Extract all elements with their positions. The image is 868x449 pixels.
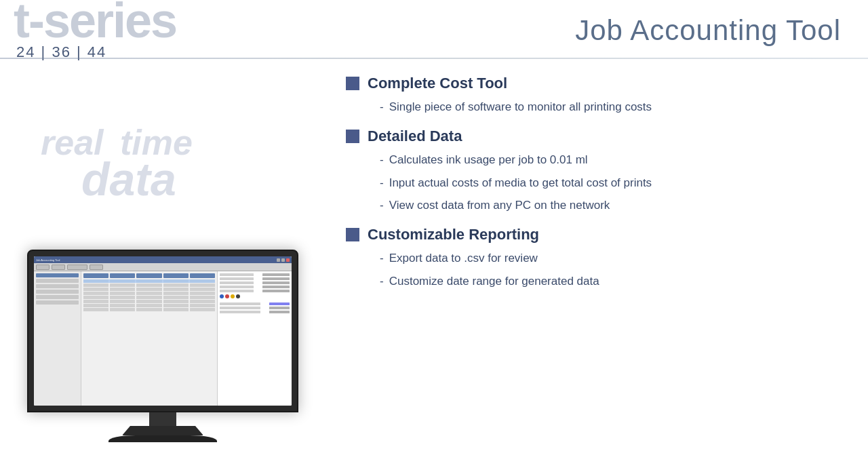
list-item: - Input actual costs of media to get tot… xyxy=(380,175,834,191)
feature-square-icon xyxy=(346,130,359,143)
feature-items-detailed: - Calculates ink usage per job to 0.01 m… xyxy=(346,152,834,214)
feature-header-custom: Customizable Reporting xyxy=(346,226,834,243)
feature-square-icon xyxy=(346,228,359,241)
sw-body xyxy=(34,271,292,406)
dash-icon: - xyxy=(380,197,384,214)
dash-icon: - xyxy=(380,152,384,168)
feature-complete-cost-tool: Complete Cost Tool - Single piece of sof… xyxy=(346,75,834,115)
feature-item-text: Customize date range for generated data xyxy=(389,273,599,290)
list-item: - Calculates ink usage per job to 0.01 m… xyxy=(380,152,834,168)
list-item: - View cost data from any PC on the netw… xyxy=(380,197,834,214)
sw-titlebar: Job Accounting Tool xyxy=(34,256,292,263)
list-item: - Customize date range for generated dat… xyxy=(380,273,834,290)
watermark-text: real time data xyxy=(41,122,193,206)
watermark-data: data xyxy=(81,153,193,206)
logo-tseries: t-series xyxy=(14,0,176,41)
feature-title-detailed: Detailed Data xyxy=(368,128,462,145)
software-ui: Job Accounting Tool xyxy=(34,256,292,406)
monitor: Job Accounting Tool xyxy=(27,250,298,442)
feature-detailed-data: Detailed Data - Calculates ink usage per… xyxy=(346,128,834,214)
dash-icon: - xyxy=(380,175,384,191)
left-panel: real time data Job Accounting Tool xyxy=(0,54,319,449)
monitor-base-foot xyxy=(108,435,217,442)
logo-area: t-series 24 | 36 | 44 xyxy=(14,0,176,60)
feature-square-icon xyxy=(346,77,359,90)
right-panel: Complete Cost Tool - Single piece of sof… xyxy=(319,61,848,449)
monitor-screen-outer: Job Accounting Tool xyxy=(27,250,298,412)
feature-items-custom: - Export data to .csv for review - Custo… xyxy=(346,250,834,290)
dash-icon: - xyxy=(380,250,384,267)
page-title: Job Accounting Tool xyxy=(575,14,841,47)
header: t-series 24 | 36 | 44 Job Accounting Too… xyxy=(0,0,868,61)
sw-toolbar xyxy=(34,263,292,271)
feature-items-complete: - Single piece of software to monitor al… xyxy=(346,99,834,115)
feature-item-text: Input actual costs of media to get total… xyxy=(389,175,652,191)
sw-sidebar xyxy=(34,271,81,406)
monitor-container: Job Accounting Tool xyxy=(14,250,312,442)
feature-item-text: View cost data from any PC on the networ… xyxy=(389,197,610,214)
dash-icon: - xyxy=(380,99,384,115)
feature-customizable-reporting: Customizable Reporting - Export data to … xyxy=(346,226,834,290)
list-item: - Export data to .csv for review xyxy=(380,250,834,267)
monitor-screen: Job Accounting Tool xyxy=(34,256,292,406)
sw-detail-panel xyxy=(217,271,292,406)
dash-icon: - xyxy=(380,273,384,290)
feature-header-complete: Complete Cost Tool xyxy=(346,75,834,92)
monitor-neck xyxy=(149,412,176,426)
monitor-base xyxy=(122,426,203,435)
feature-item-text: Calculates ink usage per job to 0.01 ml xyxy=(389,152,588,168)
feature-item-text: Export data to .csv for review xyxy=(389,250,538,267)
list-item: - Single piece of software to monitor al… xyxy=(380,99,834,115)
feature-title-complete: Complete Cost Tool xyxy=(368,75,507,92)
sw-main-area xyxy=(81,271,217,406)
feature-item-text: Single piece of software to monitor all … xyxy=(389,99,652,115)
feature-title-custom: Customizable Reporting xyxy=(368,226,539,243)
feature-header-detailed: Detailed Data xyxy=(346,128,834,145)
